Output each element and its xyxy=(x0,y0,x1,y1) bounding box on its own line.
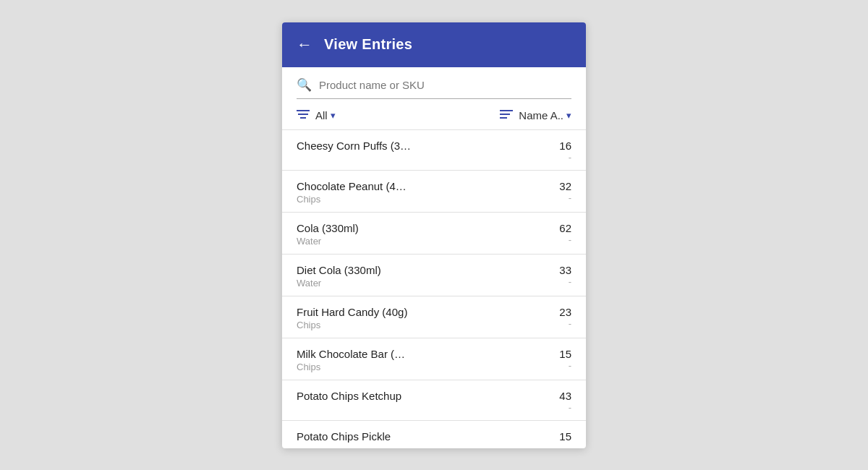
product-count: 43 xyxy=(559,390,571,402)
product-name: Cheesy Corn Puffs (3… xyxy=(297,140,411,152)
product-info: Cheesy Corn Puffs (3… xyxy=(297,140,411,152)
product-dash: - xyxy=(569,318,571,329)
product-category: Water xyxy=(297,236,359,247)
search-section: 🔍 All ▾ xyxy=(282,67,586,129)
product-category: Chips xyxy=(297,194,407,205)
product-dash: - xyxy=(569,152,571,163)
product-info: Potato Chips Ketchup xyxy=(297,390,401,402)
product-info: Chocolate Peanut (4… Chips xyxy=(297,180,407,205)
back-button[interactable]: ← xyxy=(297,35,312,54)
product-name: Diet Cola (330ml) xyxy=(297,264,381,276)
page-title: View Entries xyxy=(324,36,412,53)
sort-icon xyxy=(500,109,513,122)
product-count: 15 xyxy=(559,348,571,360)
header: ← View Entries xyxy=(282,22,586,67)
sort-chevron-icon: ▾ xyxy=(566,110,571,121)
product-count-col: 23 - xyxy=(545,306,571,329)
product-name: Milk Chocolate Bar (… xyxy=(297,348,405,360)
search-icon: 🔍 xyxy=(297,77,312,93)
app-container: ← View Entries 🔍 All ▾ xyxy=(282,22,586,448)
sort-label: Name A.. xyxy=(519,109,563,121)
list-item[interactable]: Potato Chips Pickle 15 xyxy=(282,421,586,448)
product-name: Potato Chips Ketchup xyxy=(297,390,401,402)
product-name: Cola (330ml) xyxy=(297,222,359,234)
product-dash: - xyxy=(569,402,571,413)
list-item[interactable]: Cheesy Corn Puffs (3… 16 - xyxy=(282,130,586,171)
list-item[interactable]: Fruit Hard Candy (40g) Chips 23 - xyxy=(282,296,586,338)
product-count-col: 62 - xyxy=(545,222,571,245)
product-count-col: 33 - xyxy=(545,264,571,287)
product-count: 32 xyxy=(559,180,571,192)
product-category: Water xyxy=(297,278,381,289)
product-count: 15 xyxy=(559,430,571,443)
product-dash: - xyxy=(569,234,571,245)
product-count: 33 xyxy=(559,264,571,276)
product-category: Chips xyxy=(297,362,405,372)
product-list: Cheesy Corn Puffs (3… 16 - Chocolate Pea… xyxy=(282,129,586,448)
product-name: Potato Chips Pickle xyxy=(297,430,391,443)
filter-row: All ▾ Name A.. ▾ xyxy=(297,109,571,129)
product-info: Diet Cola (330ml) Water xyxy=(297,264,381,289)
product-info: Potato Chips Pickle xyxy=(297,430,391,443)
product-dash: - xyxy=(569,276,571,287)
product-category: Chips xyxy=(297,320,407,330)
product-count: 62 xyxy=(559,222,571,234)
list-item[interactable]: Cola (330ml) Water 62 - xyxy=(282,213,586,255)
filter-dropdown[interactable]: All ▾ xyxy=(315,109,336,121)
search-bar: 🔍 xyxy=(297,77,571,99)
product-name: Fruit Hard Candy (40g) xyxy=(297,306,407,318)
list-item[interactable]: Milk Chocolate Bar (… Chips 15 - xyxy=(282,338,586,380)
filter-chevron-icon: ▾ xyxy=(331,110,336,121)
product-info: Milk Chocolate Bar (… Chips xyxy=(297,348,405,372)
product-dash: - xyxy=(569,360,571,371)
product-count-col: 43 - xyxy=(545,390,571,413)
product-count-col: 32 - xyxy=(545,180,571,203)
product-count-col: 15 - xyxy=(545,348,571,371)
sort-dropdown[interactable]: Name A.. ▾ xyxy=(519,109,571,121)
product-count: 16 xyxy=(559,140,571,152)
list-item[interactable]: Chocolate Peanut (4… Chips 32 - xyxy=(282,171,586,213)
product-count: 23 xyxy=(559,306,571,318)
product-name: Chocolate Peanut (4… xyxy=(297,180,407,192)
search-input[interactable] xyxy=(319,79,571,91)
product-info: Fruit Hard Candy (40g) Chips xyxy=(297,306,407,330)
filter-label: All xyxy=(315,109,328,121)
product-dash: - xyxy=(569,192,571,203)
list-item[interactable]: Potato Chips Ketchup 43 - xyxy=(282,380,586,421)
filter-icon xyxy=(297,109,310,122)
product-count-col: 15 xyxy=(545,430,571,443)
product-info: Cola (330ml) Water xyxy=(297,222,359,247)
list-item[interactable]: Diet Cola (330ml) Water 33 - xyxy=(282,255,586,296)
product-count-col: 16 - xyxy=(545,140,571,163)
